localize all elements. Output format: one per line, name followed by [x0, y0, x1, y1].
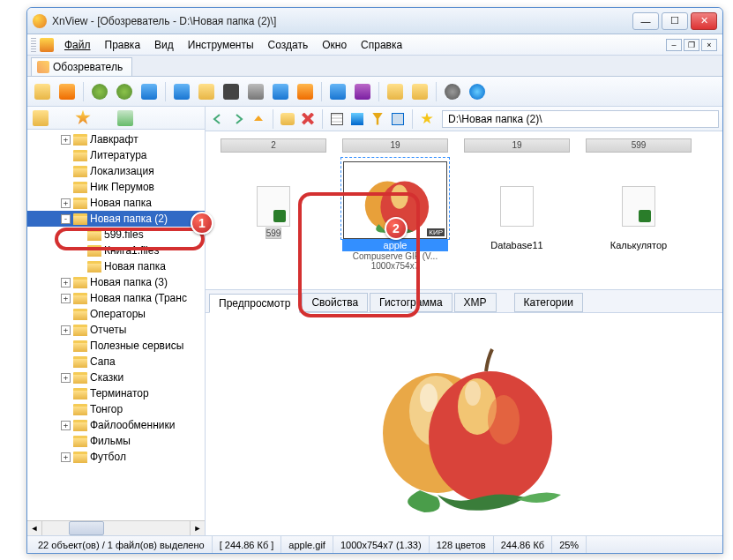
folder-icon [73, 277, 87, 288]
mdi-close[interactable]: × [701, 39, 717, 51]
tree-item[interactable]: Новая папка [27, 258, 205, 274]
menu-create[interactable]: Создать [261, 37, 316, 53]
nav-filter[interactable] [369, 110, 386, 128]
nav-delete[interactable] [299, 110, 317, 128]
export-button[interactable] [195, 80, 218, 103]
find-button[interactable] [220, 80, 243, 103]
tree-item[interactable]: +Новая папка [27, 195, 205, 211]
nav-fwd[interactable] [229, 110, 247, 128]
nav-layout[interactable] [389, 110, 407, 128]
tree-item[interactable]: Тонгор [27, 401, 205, 417]
tab-properties[interactable]: Свойства [302, 293, 368, 312]
tree-label: Локализация [90, 165, 154, 177]
nav-viewmode[interactable] [328, 110, 346, 128]
tree-item[interactable]: +Лавкрафт [27, 131, 205, 147]
batch-button[interactable] [408, 80, 431, 103]
browser-tab-icon [37, 61, 49, 73]
tree-item[interactable]: +Отчеты [27, 322, 205, 338]
menu-file[interactable]: Файл [57, 37, 98, 53]
tree-item[interactable]: +Новая папка (3) [27, 274, 205, 290]
tree-expander[interactable]: + [61, 294, 71, 303]
thumb-file[interactable]: .thumb-placeholder[data-name=file-icon]:… [463, 158, 571, 271]
tree-expander[interactable]: + [61, 325, 71, 335]
address-bar[interactable]: D:\Новая папка (2)\ [442, 110, 719, 128]
thumbnail-view[interactable]: 2 19 19 599 599 [206, 131, 722, 290]
main-toolbar [27, 77, 722, 107]
tree-item[interactable]: Литература [27, 147, 205, 163]
tree-item[interactable]: Локализация [27, 163, 205, 179]
nav-back[interactable] [209, 110, 227, 128]
reload-button[interactable] [113, 80, 136, 103]
folders-icon[interactable] [33, 110, 49, 126]
tree-item[interactable]: Полезные сервисы [27, 338, 205, 354]
tree-expander[interactable]: + [61, 452, 71, 462]
scan-button[interactable] [138, 80, 161, 103]
nav-newfolder[interactable] [279, 110, 296, 128]
folder-icon [73, 404, 87, 415]
browser-button[interactable] [56, 80, 79, 103]
menu-edit[interactable]: Правка [98, 37, 148, 53]
about-button[interactable] [466, 80, 489, 103]
tree-expander[interactable]: - [61, 214, 71, 224]
thumb-image-apple[interactable]: apple Compuserve GIF (V... 1000x754x7 [341, 158, 449, 271]
tree-expander[interactable]: + [61, 278, 71, 287]
tree-item[interactable]: Операторы [27, 306, 205, 322]
tab-histogram[interactable]: Гистограмма [370, 293, 452, 312]
thumb-file[interactable]: Калькулятор [585, 158, 692, 271]
tree-item[interactable]: +Футбол [27, 449, 205, 465]
scan2-button[interactable] [269, 80, 292, 103]
minimize-button[interactable]: — [632, 12, 659, 30]
mdi-minimize[interactable]: – [666, 39, 682, 51]
tree-expander[interactable]: + [61, 135, 71, 145]
thumb-file[interactable]: 599 [220, 158, 327, 271]
open-button[interactable] [31, 80, 54, 103]
print-button[interactable] [244, 80, 267, 103]
close-button[interactable]: ✕ [691, 12, 717, 30]
tab-browser[interactable]: Обозреватель [31, 57, 132, 76]
refresh-button[interactable] [88, 80, 111, 103]
tree-item[interactable]: -Новая папка (2) [27, 211, 205, 227]
svg-point-7 [488, 395, 520, 444]
menu-view[interactable]: Вид [147, 37, 181, 53]
status-size: [ 244.86 Кб ] [213, 536, 282, 553]
tree-expander[interactable]: + [61, 198, 71, 208]
settings-button[interactable] [441, 80, 464, 103]
tab-preview[interactable]: Предпросмотр [209, 294, 300, 313]
tree-item[interactable]: Сапа [27, 354, 205, 370]
tree-item[interactable]: Книга1.files [27, 243, 205, 258]
menu-window[interactable]: Окно [315, 37, 354, 53]
menu-tools[interactable]: Инструменты [181, 37, 261, 53]
nav-up[interactable] [250, 110, 267, 128]
folder-icon [73, 452, 87, 463]
nav-sort[interactable] [348, 110, 366, 128]
categories-icon[interactable] [117, 110, 133, 126]
tab-categories[interactable]: Категории [514, 293, 583, 312]
folder-icon [73, 340, 87, 352]
tree-expander[interactable]: + [61, 421, 71, 430]
view-button[interactable] [170, 80, 193, 103]
maximize-button[interactable]: ☐ [662, 12, 688, 30]
camera-button[interactable] [326, 80, 349, 103]
tree-h-scrollbar[interactable]: ◄ ► [27, 520, 205, 535]
favorites-icon[interactable] [75, 110, 91, 126]
folder-tree[interactable]: +ЛавкрафтЛитератураЛокализацияНик Перумо… [27, 130, 205, 520]
tree-item[interactable]: Терминатор [27, 385, 205, 401]
convert-button[interactable] [384, 80, 407, 103]
tree-item[interactable]: +Файлообменники [27, 417, 205, 433]
app-small-icon [40, 38, 54, 52]
tree-item[interactable]: +Сказки [27, 370, 205, 385]
mdi-restore[interactable]: ❐ [684, 39, 699, 51]
tree-item[interactable]: Фильмы [27, 433, 205, 449]
nav-fav[interactable] [418, 110, 436, 128]
tree-label: Тонгор [90, 403, 123, 415]
tree-expander[interactable]: + [61, 373, 71, 383]
tab-xmp[interactable]: XMP [454, 293, 497, 312]
preview-pane[interactable] [206, 313, 722, 535]
media-button[interactable] [294, 80, 317, 103]
tree-item[interactable]: +Новая папка (Транс [27, 290, 205, 306]
slide-button[interactable] [351, 80, 374, 103]
tree-item[interactable]: 599.files [27, 227, 205, 243]
menu-help[interactable]: Справка [354, 37, 409, 53]
svg-point-2 [391, 184, 408, 208]
tree-item[interactable]: Ник Перумов [27, 179, 205, 195]
